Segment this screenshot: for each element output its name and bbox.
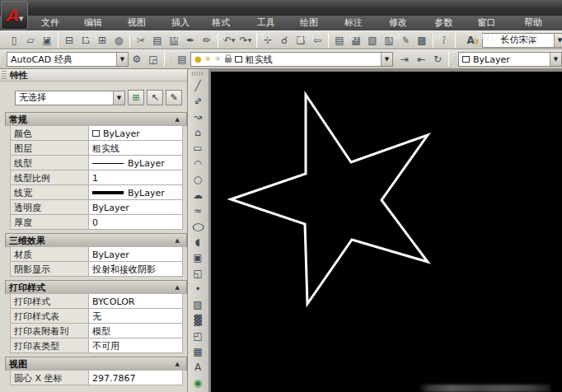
table-icon[interactable]: ▦ <box>188 343 208 359</box>
property-value[interactable]: 投射和接收阴影 <box>89 262 183 277</box>
property-value[interactable]: ByLayer <box>89 185 183 200</box>
hatch-icon[interactable]: ▨ <box>188 296 208 312</box>
open-icon[interactable]: ▱ <box>22 33 39 48</box>
arc-icon[interactable]: ◠ <box>188 156 208 171</box>
new-icon[interactable]: ▯ <box>6 33 22 48</box>
property-value[interactable]: ByLayer <box>89 200 183 215</box>
point-icon[interactable]: • <box>188 281 208 296</box>
quick-calc-icon[interactable]: ▩ <box>414 33 430 48</box>
value-text: ByLayer <box>128 188 165 198</box>
value-text: ByLayer <box>92 203 129 213</box>
menu-draw[interactable]: 绘图(D) <box>293 16 338 30</box>
polygon-icon[interactable]: ⌂ <box>188 124 208 140</box>
layer-previous-icon[interactable]: ⇤ <box>413 52 429 67</box>
menu-dimension[interactable]: 标注(N) <box>338 16 382 30</box>
insert-block-icon[interactable]: ▣ <box>188 250 208 265</box>
region-icon[interactable]: ◰ <box>188 328 208 343</box>
menu-help[interactable]: 帮助(H) <box>518 16 562 30</box>
spline-icon[interactable]: ≈ <box>188 203 208 218</box>
zoom-realtime-icon[interactable]: ☌ <box>276 33 293 48</box>
workspace-dropdown[interactable]: AutoCAD 经典 ▼ <box>7 52 129 67</box>
line-icon[interactable]: ╱ <box>188 77 208 93</box>
section-header-三维效果[interactable]: 三维效果▲ <box>5 233 187 247</box>
revision-cloud-icon[interactable]: ☁ <box>188 187 208 203</box>
drawing-canvas[interactable] <box>209 69 562 392</box>
menu-format[interactable]: 格式(O) <box>205 16 250 30</box>
layer-states-icon[interactable]: ↻ <box>429 52 446 67</box>
multiline-text-icon[interactable]: A <box>188 359 208 375</box>
construction-line-icon[interactable]: ⇕ <box>188 93 208 109</box>
property-value[interactable]: 无 <box>89 309 183 324</box>
chevron-down-icon[interactable]: ▼ <box>232 37 236 43</box>
menu-file[interactable]: 文件(F) <box>35 16 77 30</box>
make-object-layer-current-icon[interactable]: ⇥ <box>396 52 413 67</box>
property-value[interactable]: ByLayer <box>89 247 183 262</box>
make-block-icon[interactable]: ◱ <box>188 265 208 281</box>
copy-icon[interactable]: ▤ <box>149 33 166 48</box>
ellipse-icon[interactable]: ○ <box>188 218 208 234</box>
circle-glyph: ○ <box>194 174 202 185</box>
property-row: 线型ByLayer <box>10 156 187 170</box>
application-menu-button[interactable]: A ▼ <box>1 1 28 30</box>
toolbar-grip[interactable] <box>455 53 456 66</box>
rectangle-icon[interactable]: ▭ <box>188 140 208 156</box>
section-header-视图[interactable]: 视图▲ <box>5 357 187 371</box>
section-header-常规[interactable]: 常规▲ <box>5 112 187 126</box>
color-control-dropdown[interactable]: ByLayer ▼ <box>458 52 562 67</box>
circle-icon[interactable]: ○ <box>188 171 208 187</box>
plot-icon[interactable]: ⊟ <box>61 33 77 48</box>
property-value[interactable]: 297.7867 <box>89 371 183 385</box>
add-selected-icon[interactable]: ◉ <box>188 375 208 390</box>
palette-grip[interactable] <box>2 71 7 79</box>
menu-edit[interactable]: 编辑(E) <box>77 16 121 30</box>
chevron-down-icon[interactable]: ▼ <box>248 37 252 43</box>
layer-dropdown[interactable]: ●☀☀ 粗实线 ▼ <box>190 52 393 67</box>
selection-dropdown[interactable]: 无选择 ▼ <box>15 91 125 105</box>
text-style-dropdown[interactable]: 长仿宋体 ▼ <box>482 33 562 48</box>
collapse-icon[interactable]: ▲ <box>176 284 180 291</box>
tool-palettes-icon[interactable]: ▧ <box>364 33 381 48</box>
ellipse-arc-icon[interactable]: ◖ <box>188 234 208 250</box>
section-header-打印样式[interactable]: 打印样式▲ <box>5 280 187 294</box>
property-row: 圆心 X 坐标297.7867 <box>10 371 187 385</box>
chevron-down-icon[interactable]: ▼ <box>554 34 562 47</box>
chevron-down-icon[interactable]: ▼ <box>113 91 124 105</box>
menu-insert[interactable]: 插入(I) <box>165 16 205 30</box>
menu-window[interactable]: 窗口(W) <box>471 16 518 30</box>
property-value[interactable]: 不可用 <box>89 338 183 353</box>
plot-glyph: ⊟ <box>65 35 73 46</box>
chevron-down-icon[interactable]: ▼ <box>550 53 561 66</box>
select-objects-button[interactable]: ↖ <box>147 90 163 105</box>
polyline-icon[interactable]: ↝ <box>188 109 208 124</box>
layer-properties-manager-icon[interactable]: ▤ <box>174 52 190 67</box>
collapse-icon[interactable]: ▲ <box>176 237 180 244</box>
menu-tools[interactable]: 工具(T) <box>250 16 293 30</box>
toolbar-grip[interactable] <box>192 72 204 76</box>
web-icon[interactable]: ◍ <box>110 33 127 48</box>
redo-icon[interactable]: ↷▼ <box>237 33 254 48</box>
toolbar-grip[interactable] <box>3 53 4 66</box>
gradient-icon[interactable]: ▓ <box>188 312 208 328</box>
toolbar-grip[interactable] <box>171 53 171 66</box>
match-properties-icon[interactable]: ✒ <box>182 33 199 48</box>
toggle-pickadd-button[interactable]: ⊞ <box>128 90 144 105</box>
menu-view[interactable]: 视图(V) <box>121 16 165 30</box>
toolbar-separator <box>328 33 329 48</box>
property-value[interactable]: 模型 <box>89 324 183 338</box>
property-value[interactable]: 1 <box>89 170 183 185</box>
collapse-icon[interactable]: ▲ <box>176 116 180 123</box>
property-value[interactable]: 粗实线 <box>89 141 183 156</box>
property-value[interactable]: ByLayer <box>89 156 183 170</box>
chevron-down-icon[interactable]: ▼ <box>381 53 392 66</box>
quick-select-button[interactable]: ✎ <box>166 90 182 105</box>
collapse-icon[interactable]: ▲ <box>176 361 180 367</box>
palette-title-bar[interactable]: 特性 <box>0 69 187 82</box>
property-value[interactable]: BYCOLOR <box>89 294 183 309</box>
chevron-down-icon[interactable]: ▼ <box>116 53 128 66</box>
menu-modify[interactable]: 修改(M) <box>382 16 428 30</box>
my-workspace-icon[interactable]: ◲ <box>145 52 162 67</box>
property-value[interactable]: ByLayer <box>89 126 183 141</box>
workspace-settings-icon[interactable]: ⚙ <box>129 52 145 67</box>
menu-parametric[interactable]: 参数(P) <box>428 16 471 30</box>
property-value[interactable]: 0 <box>89 215 183 230</box>
